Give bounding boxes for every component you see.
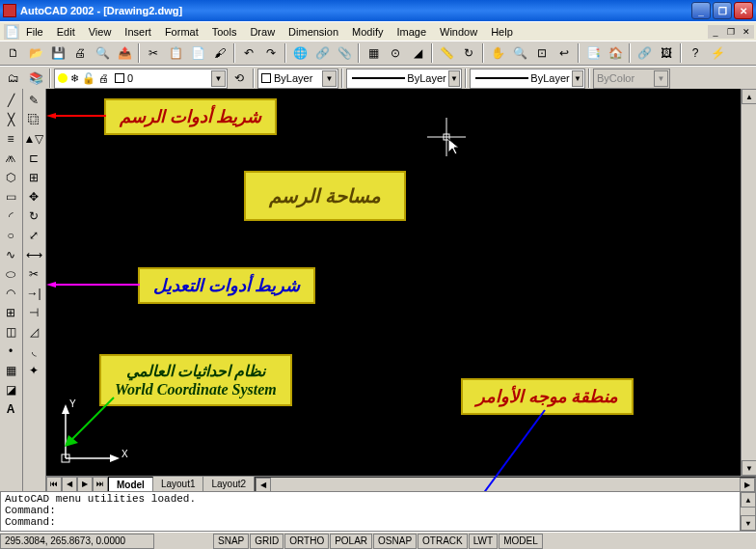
command-line[interactable]: AutoCAD menu utilities loaded. Command: …	[0, 491, 756, 532]
snapfrom-icon[interactable]: ⊙	[385, 42, 406, 64]
tab-first-icon[interactable]: ⏮	[46, 477, 62, 492]
cmd-prompt[interactable]: Command:	[5, 516, 751, 528]
image-icon[interactable]: 🖼	[656, 42, 677, 64]
region-icon[interactable]: ◪	[0, 380, 21, 399]
copy-icon[interactable]: 📋	[165, 42, 186, 64]
chevron-down-icon[interactable]: ▼	[211, 70, 226, 87]
text-icon[interactable]: A	[0, 399, 21, 419]
rectangle-icon[interactable]: ▭	[0, 187, 21, 206]
redraw-icon[interactable]: ↻	[458, 42, 479, 64]
publish-icon[interactable]: 📤	[114, 42, 135, 64]
close-button[interactable]: ✕	[734, 2, 753, 19]
menu-image[interactable]: Image	[390, 24, 433, 40]
cut-icon[interactable]: ✂	[143, 42, 164, 64]
ellipse-arc-icon[interactable]: ◠	[0, 284, 21, 303]
tab-last-icon[interactable]: ⏭	[93, 477, 108, 492]
open-icon[interactable]: 📂	[25, 42, 46, 64]
print-icon[interactable]: 🖨	[69, 42, 91, 64]
layer-combo[interactable]: ❄🔓🖨 0 ▼	[54, 69, 228, 89]
scroll-up-icon[interactable]: ▲	[741, 492, 756, 508]
color-combo[interactable]: ByLayer ▼	[257, 69, 338, 89]
menu-help[interactable]: Help	[484, 24, 520, 40]
xref-icon[interactable]: 🔗	[634, 42, 655, 64]
menu-tools[interactable]: Tools	[205, 24, 244, 40]
doc-minimize-button[interactable]: _	[708, 25, 723, 39]
menu-draw[interactable]: Draw	[243, 24, 282, 40]
offset-icon[interactable]: ⊏	[23, 149, 44, 168]
minimize-button[interactable]: _	[691, 2, 711, 19]
menu-window[interactable]: Window	[433, 24, 484, 40]
drawing-area[interactable]: Y X شريط أدوات الرسم مساحة الرسم شريط أد…	[46, 89, 756, 491]
zoom-prev-icon[interactable]: ↩	[554, 42, 575, 64]
maximize-button[interactable]: ❐	[713, 2, 732, 19]
spline-icon[interactable]: ∿	[0, 245, 21, 264]
status-lwt[interactable]: LWT	[469, 534, 498, 549]
menu-view[interactable]: View	[82, 24, 119, 40]
array-icon[interactable]: ⊞	[23, 168, 44, 187]
status-snap[interactable]: SNAP	[213, 534, 249, 549]
tab-next-icon[interactable]: ▶	[77, 477, 93, 492]
designcenter-icon[interactable]: 🏠	[605, 42, 626, 64]
redo-icon[interactable]: ↷	[260, 42, 282, 64]
status-polar[interactable]: POLAR	[330, 534, 372, 549]
mirror-icon[interactable]: ▲▽	[23, 129, 44, 149]
menu-insert[interactable]: Insert	[118, 24, 158, 40]
today-icon[interactable]: 🌐	[289, 42, 310, 64]
status-otrack[interactable]: OTRACK	[418, 534, 468, 549]
preview-icon[interactable]: 🔍	[92, 42, 113, 64]
dist-icon[interactable]: 📏	[436, 42, 457, 64]
paste-icon[interactable]: 📄	[187, 42, 208, 64]
scroll-down-icon[interactable]: ▼	[741, 515, 756, 531]
linetype-combo[interactable]: ByLayer ▼	[346, 69, 462, 89]
rotate-icon[interactable]: ↻	[23, 206, 44, 226]
hyperlink-icon[interactable]: 📎	[334, 42, 355, 64]
scroll-down-icon[interactable]: ▼	[742, 460, 756, 476]
lineweight-combo[interactable]: ByLayer ▼	[470, 69, 585, 89]
menu-file[interactable]: File	[19, 24, 50, 40]
zoom-win-icon[interactable]: ⊡	[531, 42, 553, 64]
new-icon[interactable]: 🗋	[3, 42, 24, 64]
xline-icon[interactable]: ╳	[0, 110, 21, 129]
undo-icon[interactable]: ↶	[238, 42, 259, 64]
point-icon[interactable]: •	[0, 342, 21, 361]
line-icon[interactable]: ╱	[0, 91, 21, 110]
status-grid[interactable]: GRID	[250, 534, 284, 549]
hatch-icon[interactable]: ▦	[0, 361, 21, 380]
extend-icon[interactable]: →|	[23, 284, 44, 303]
pline-icon[interactable]: ⩕	[0, 149, 21, 168]
chevron-down-icon[interactable]: ▼	[448, 70, 460, 87]
save-icon[interactable]: 💾	[47, 42, 68, 64]
trim-icon[interactable]: ✂	[23, 264, 44, 284]
tab-layout1[interactable]: Layout1	[153, 477, 204, 492]
zoom-rt-icon[interactable]: 🔍	[509, 42, 530, 64]
menu-dimension[interactable]: Dimension	[282, 24, 345, 40]
fillet-icon[interactable]: ◟	[23, 342, 44, 361]
doc-restore-button[interactable]: ❐	[723, 25, 739, 39]
active-assist-icon[interactable]: ⚡	[707, 42, 728, 64]
matchprops-icon[interactable]: 🖌	[209, 42, 230, 64]
scroll-up-icon[interactable]: ▲	[742, 89, 756, 104]
make-layer-icon[interactable]: 🗂	[3, 68, 24, 89]
cmd-scrollbar[interactable]: ▲ ▼	[740, 492, 755, 531]
coordinates-display[interactable]: 295.3084, 265.8673, 0.0000	[0, 534, 154, 549]
layer-prev-icon[interactable]: ⟲	[229, 68, 250, 89]
ucs-icon[interactable]: ◢	[407, 42, 428, 64]
layer-manager-icon[interactable]: 📚	[25, 68, 46, 89]
menu-modify[interactable]: Modify	[345, 24, 390, 40]
move-icon[interactable]: ✥	[23, 187, 44, 206]
mline-icon[interactable]: ≡	[0, 129, 21, 149]
copy-obj-icon[interactable]: ⿻	[23, 110, 44, 129]
make-block-icon[interactable]: ◫	[0, 322, 21, 342]
polygon-icon[interactable]: ⬡	[0, 168, 21, 187]
scale-icon[interactable]: ⤢	[23, 226, 44, 245]
tab-model[interactable]: Model	[108, 477, 153, 492]
dbconnect-icon[interactable]: 🔗	[311, 42, 333, 64]
tab-prev-icon[interactable]: ◀	[62, 477, 77, 492]
ellipse-icon[interactable]: ⬭	[0, 264, 21, 284]
insert-block-icon[interactable]: ⊞	[0, 303, 21, 322]
erase-icon[interactable]: ✎	[23, 91, 44, 110]
tab-layout2[interactable]: Layout2	[203, 477, 255, 492]
doc-close-button[interactable]: ✕	[739, 25, 754, 39]
vertical-scrollbar[interactable]: ▲ ▼	[741, 89, 756, 476]
menu-edit[interactable]: Edit	[50, 24, 82, 40]
